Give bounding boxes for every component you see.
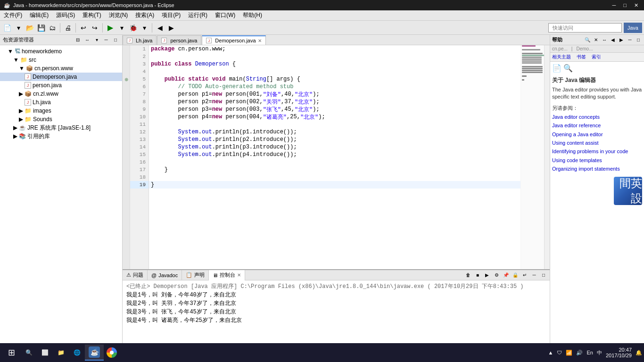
code-line-1[interactable]: package cn.person.www; (149, 45, 520, 53)
search-icon[interactable]: 🔍 (563, 64, 573, 73)
tab-demoperson[interactable]: J Demoperson.java ✕ (202, 35, 265, 45)
maximize-view-button[interactable]: □ (112, 36, 119, 44)
console-close-button[interactable]: ✕ (237, 272, 241, 278)
minimize-view-button[interactable]: ─ (102, 36, 110, 44)
minimize-button[interactable]: ─ (611, 2, 618, 8)
menu-search[interactable]: 搜索(A) (132, 10, 158, 20)
code-line-4[interactable] (149, 68, 520, 75)
tree-item-cnpersonwww[interactable]: ▼ 📦 cn.person.www (0, 64, 122, 73)
menu-project[interactable]: 项目(P) (158, 10, 184, 20)
tree-item-images[interactable]: ▶ 📁 images (0, 107, 122, 115)
menu-file[interactable]: 文件(F) (0, 10, 26, 20)
tab-problems[interactable]: ⚠ 问题 (123, 270, 148, 280)
print-button[interactable]: 🖨 (63, 23, 73, 33)
chrome-taskbar[interactable] (104, 345, 120, 361)
undo-button[interactable]: ↩ (78, 23, 89, 33)
perspective-badge[interactable]: Java (624, 23, 642, 33)
help-link-content-assist[interactable]: Using content assist (552, 140, 642, 147)
code-line-9[interactable]: person p3=new person(003,"张飞",45,"北京"); (149, 106, 520, 113)
new-button[interactable]: 📄 (2, 23, 12, 33)
eclipse-taskbar[interactable]: ☕ (85, 345, 104, 361)
back-button[interactable]: ◀ (155, 23, 165, 33)
help-maximize[interactable]: □ (635, 36, 642, 44)
tab-console[interactable]: 🖥 控制台 ✕ (209, 270, 245, 280)
link-with-editor-button[interactable]: ↔ (83, 36, 91, 44)
file-explorer-taskbar[interactable]: 📁 (53, 345, 69, 361)
menu-edit[interactable]: 编辑(E) (26, 10, 52, 20)
code-line-5[interactable]: public static void main(String[] args) { (149, 75, 520, 83)
menu-refactor[interactable]: 重构(T) (79, 10, 105, 20)
browser-taskbar[interactable]: 🌐 (69, 345, 85, 361)
new-dropdown-button[interactable]: ▾ (13, 23, 24, 33)
content-icon[interactable]: 📄 (552, 64, 561, 73)
code-line-16[interactable] (149, 158, 520, 166)
help-search-button[interactable]: 🔍 (584, 36, 591, 44)
help-link-editor-reference[interactable]: Java editor reference (552, 122, 642, 129)
task-view-button[interactable]: ⬜ (37, 345, 53, 361)
editor-scrollbar[interactable] (544, 45, 550, 269)
redo-button[interactable]: ↪ (90, 23, 100, 33)
run-dropdown-button[interactable]: ▾ (116, 23, 127, 33)
collapse-all-button[interactable]: ⊟ (74, 36, 82, 44)
pin-console-button[interactable]: 📌 (502, 271, 510, 280)
tab-close-demoperson[interactable]: ✕ (258, 38, 262, 43)
tab-javadoc[interactable]: @ Javadoc (148, 270, 182, 280)
code-line-2[interactable] (149, 53, 520, 60)
code-line-10[interactable]: person p4=new person(004,"诸葛亮",25,"北京"); (149, 113, 520, 121)
menu-help[interactable]: 帮助(H) (239, 10, 266, 20)
menu-window[interactable]: 窗口(W) (211, 10, 239, 20)
window-controls[interactable]: ─ □ ✕ (611, 2, 640, 8)
code-line-11[interactable] (149, 121, 520, 128)
taskbar-ime-icon[interactable]: 中 (597, 349, 602, 356)
maximize-button[interactable]: □ (621, 2, 628, 8)
bookmarks-button[interactable]: 书签 (577, 54, 586, 60)
menu-source[interactable]: 源码(S) (52, 10, 79, 20)
tab-lh[interactable]: J Lh.java (123, 35, 157, 45)
code-content[interactable]: package cn.person.www; public class Demo… (149, 45, 520, 269)
quick-access-input[interactable] (548, 23, 622, 33)
save-all-button[interactable]: 🗂 (47, 23, 58, 33)
start-button[interactable]: ⊞ (2, 345, 21, 361)
tree-item-src[interactable]: ▼ 📁 src (0, 56, 122, 64)
help-close-button[interactable]: ✕ (592, 36, 600, 44)
code-line-19[interactable]: } (149, 181, 520, 189)
tree-item-sounds[interactable]: ▶ 📁 Sounds (0, 115, 122, 123)
code-line-15[interactable]: System.out.println(p4.introduce()); (149, 151, 520, 158)
tree-item-cnzlwww[interactable]: ▶ 📦 cn.zl.www (0, 90, 122, 98)
code-line-8[interactable]: person p2=new person(002,"关羽",37,"北京"); (149, 98, 520, 106)
tree-item-homeworkdemo[interactable]: ▼ 🏗 homeworkdemo (0, 47, 122, 56)
tree-item-jre[interactable]: ▶ ☕ JRE 系统库 [JavaSE-1.8] (0, 123, 122, 132)
notification-button[interactable]: 🔔 (636, 350, 642, 356)
open-button[interactable]: 📂 (25, 23, 35, 33)
help-link-import-statements[interactable]: Organizing import statements (552, 165, 642, 173)
scroll-lock-button[interactable]: 🔒 (511, 271, 520, 280)
tab-declaration[interactable]: 📋 声明 (182, 270, 209, 280)
code-line-13[interactable]: System.out.println(p2.introduce()); (149, 136, 520, 143)
forward-button[interactable]: ▶ (166, 23, 176, 33)
help-link-opening-editor[interactable]: Opening a Java editor (552, 131, 642, 138)
save-button[interactable]: 💾 (36, 23, 46, 33)
clear-console-button[interactable]: 🗑 (464, 271, 472, 280)
tree-item-demoperson[interactable]: J Demoperson.java (0, 73, 122, 81)
index-button[interactable]: 索引 (592, 54, 601, 60)
view-menu-button[interactable]: ▾ (93, 36, 100, 44)
help-minimize[interactable]: ─ (626, 36, 634, 44)
help-nav-forward[interactable]: ▶ (618, 36, 625, 44)
taskbar-clock[interactable]: 20:47 2017/10/29 (606, 347, 632, 358)
tab-person[interactable]: J person.java (157, 35, 201, 45)
terminate-button[interactable]: ■ (473, 271, 482, 280)
help-link-editor-concepts[interactable]: Java editor concepts (552, 114, 642, 121)
help-sync-button[interactable]: ↔ (601, 36, 608, 44)
tree-item-person[interactable]: J person.java (0, 81, 122, 90)
menu-navigate[interactable]: 浏览(N) (105, 10, 132, 20)
run-button[interactable]: ▶ (105, 23, 116, 33)
code-line-12[interactable]: System.out.println(p1.introduce()); (149, 128, 520, 136)
menu-run[interactable]: 运行(R) (184, 10, 211, 20)
code-line-6[interactable]: // TODO Auto-generated method stub (149, 83, 520, 90)
tree-item-libs[interactable]: ▶ 📚 引用的库 (0, 132, 122, 140)
code-line-3[interactable]: public class Demoperson { (149, 60, 520, 68)
code-line-14[interactable]: System.out.println(p3.introduce()); (149, 143, 520, 151)
help-link-identifying-problems[interactable]: Identifying problems in your code (552, 148, 642, 155)
code-line-7[interactable]: person p1=new person(001,"刘备",40,"北京"); (149, 90, 520, 98)
console-settings-button[interactable]: ⚙ (492, 271, 501, 280)
